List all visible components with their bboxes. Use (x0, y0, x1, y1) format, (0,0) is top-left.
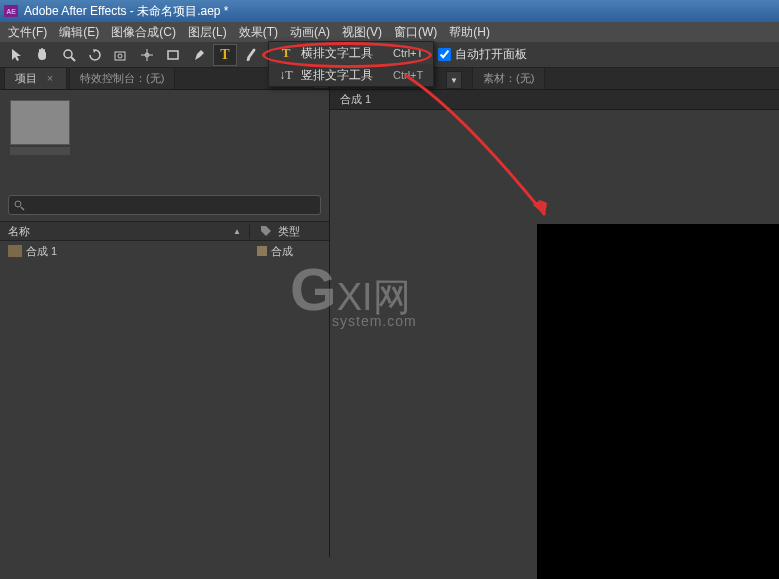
list-header: 名称 ▲ 类型 (0, 221, 329, 241)
comp-name-bar: 合成 1 (330, 90, 779, 110)
header-type-label: 类型 (278, 224, 300, 239)
menu-view[interactable]: 视图(V) (336, 22, 388, 43)
zoom-tool[interactable] (57, 44, 81, 66)
search-input[interactable] (25, 199, 316, 211)
tab-project[interactable]: 项目 × (4, 67, 67, 89)
svg-line-1 (71, 57, 75, 61)
horizontal-text-icon: T (277, 45, 295, 61)
text-tool[interactable]: T (213, 44, 237, 66)
rectangle-tool[interactable] (161, 44, 185, 66)
comp-name-label: 合成 1 (340, 92, 371, 107)
window-title: Adobe After Effects - 未命名项目.aep * (24, 3, 229, 20)
menu-window[interactable]: 窗口(W) (388, 22, 443, 43)
vertical-text-shortcut: Ctrl+T (393, 69, 423, 81)
auto-open-panel-checkbox-area: 自动打开面板 (438, 46, 527, 63)
menu-file[interactable]: 文件(F) (2, 22, 53, 43)
brush-tool[interactable] (239, 44, 263, 66)
tab-effect-controls[interactable]: 特效控制台：(无) (69, 67, 175, 89)
composition-icon (8, 245, 22, 257)
sort-arrow-icon: ▲ (233, 227, 241, 236)
horizontal-text-shortcut: Ctrl+T (393, 47, 423, 59)
header-type-col[interactable]: 类型 (249, 224, 329, 239)
anchor-tool[interactable] (135, 44, 159, 66)
selection-tool[interactable] (5, 44, 29, 66)
viewport[interactable] (330, 110, 779, 557)
camera-tool[interactable] (109, 44, 133, 66)
svg-rect-2 (115, 52, 125, 60)
svg-line-9 (21, 207, 24, 210)
row-type: 合成 (271, 244, 293, 259)
tool-bar: T T 横排文字工具 Ctrl+T ↓T 竖排文字工具 Ctrl+T (0, 42, 779, 68)
rotate-tool[interactable] (83, 44, 107, 66)
comp-thumbnail[interactable] (10, 100, 70, 145)
menu-bar: 文件(F) 编辑(E) 图像合成(C) 图层(L) 效果(T) 动画(A) 视图… (0, 22, 779, 42)
composition-canvas[interactable] (537, 224, 779, 579)
auto-open-panel-label: 自动打开面板 (455, 46, 527, 63)
title-bar: AE Adobe After Effects - 未命名项目.aep * (0, 0, 779, 22)
menu-help[interactable]: 帮助(H) (443, 22, 496, 43)
hand-tool[interactable] (31, 44, 55, 66)
horizontal-text-label: 横排文字工具 (301, 45, 373, 62)
thumbnail-strip (10, 147, 70, 155)
content-area: 项目 × 特效控制台：(无) ▼ 名称 ▲ 类型 (0, 68, 779, 557)
vertical-text-tool[interactable]: ↓T 竖排文字工具 Ctrl+T (269, 64, 433, 86)
comp-tab-menu[interactable]: ▼ (446, 71, 462, 89)
composition-panel: ▼ 素材：(无) 合成 1 (330, 68, 779, 557)
menu-composition[interactable]: 图像合成(C) (105, 22, 182, 43)
search-icon (13, 199, 25, 211)
menu-effect[interactable]: 效果(T) (233, 22, 284, 43)
menu-edit[interactable]: 编辑(E) (53, 22, 105, 43)
svg-point-0 (64, 50, 72, 58)
pen-tool[interactable] (187, 44, 211, 66)
tab-project-close[interactable]: × (44, 72, 56, 84)
thumbnail-area (0, 90, 329, 165)
row-name: 合成 1 (26, 244, 57, 259)
header-name-col[interactable]: 名称 ▲ (0, 224, 249, 239)
menu-animation[interactable]: 动画(A) (284, 22, 336, 43)
table-row[interactable]: 合成 1 合成 (0, 241, 329, 261)
vertical-text-label: 竖排文字工具 (301, 67, 373, 84)
svg-point-8 (15, 201, 21, 207)
text-tool-dropdown: T 横排文字工具 Ctrl+T ↓T 竖排文字工具 Ctrl+T (268, 41, 434, 87)
search-box[interactable] (8, 195, 321, 215)
auto-open-panel-checkbox[interactable] (438, 48, 451, 61)
tab-project-label: 项目 (15, 72, 37, 84)
svg-rect-7 (168, 51, 178, 59)
menu-layer[interactable]: 图层(L) (182, 22, 233, 43)
horizontal-text-tool[interactable]: T 横排文字工具 Ctrl+T (269, 42, 433, 64)
header-name-label: 名称 (8, 224, 30, 239)
color-swatch (257, 246, 267, 256)
project-panel: 项目 × 特效控制台：(无) ▼ 名称 ▲ 类型 (0, 68, 330, 557)
tab-material[interactable]: 素材：(无) (472, 67, 545, 89)
tag-icon (260, 225, 272, 237)
svg-point-3 (118, 54, 122, 58)
vertical-text-icon: ↓T (277, 67, 295, 83)
app-icon: AE (4, 5, 18, 17)
